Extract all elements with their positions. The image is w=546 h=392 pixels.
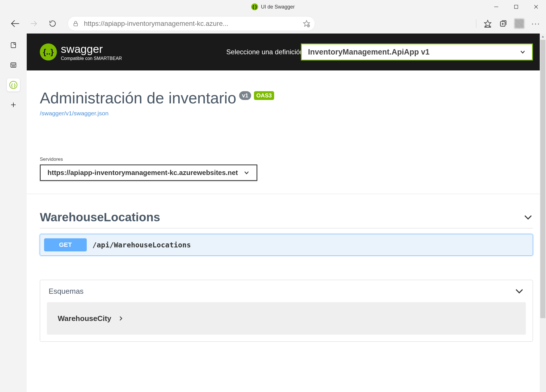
close-button[interactable]	[526, 0, 546, 14]
definition-select[interactable]: InventoryManagement.ApiApp v1	[301, 43, 533, 61]
version-badge: v1	[239, 91, 251, 100]
schemas-label: Esquemas	[49, 287, 84, 296]
maximize-button[interactable]	[506, 0, 526, 14]
chevron-down-icon	[520, 49, 526, 55]
swagger-logo-subtext: Compatible con SMARTBEAR	[61, 56, 122, 61]
app-icon: { }	[251, 3, 258, 10]
favorites-icon[interactable]	[484, 20, 492, 28]
svg-point-22	[13, 66, 14, 66]
operation-row[interactable]: GET /api/WarehouseLocations	[40, 234, 533, 256]
toolbar-separator	[476, 19, 476, 28]
browser-sidebar: { }	[0, 34, 27, 392]
definition-label: Seleccione una definición	[226, 48, 304, 56]
svg-rect-6	[74, 23, 78, 26]
favorite-icon[interactable]	[303, 20, 310, 27]
api-title: Administración de inventario	[40, 89, 236, 107]
divider	[27, 194, 546, 194]
servers-label: Servidores	[40, 157, 533, 162]
svg-marker-12	[485, 20, 491, 26]
chevron-down-icon	[523, 212, 533, 222]
scrollbar[interactable]	[540, 34, 546, 392]
svg-rect-1	[514, 5, 518, 9]
chevron-down-icon	[514, 286, 524, 296]
spec-link[interactable]: /swagger/v1/swagger.json	[40, 110, 533, 117]
svg-rect-20	[11, 63, 16, 67]
collections-icon[interactable]	[499, 20, 507, 28]
svg-rect-19	[11, 43, 16, 48]
chevron-down-icon	[243, 170, 250, 176]
tag-header[interactable]: WarehouseLocations	[40, 210, 533, 228]
schemas-section: Esquemas WarehouseCity	[40, 280, 533, 342]
forward-button[interactable]	[27, 17, 40, 30]
svg-marker-27	[542, 36, 544, 37]
swagger-topbar: {..} swagger Compatible con SMARTBEAR Se…	[27, 34, 546, 70]
sidebar-tab-2[interactable]	[7, 59, 20, 72]
browser-toolbar: https://apiapp-inventorymanagement-kc.az…	[0, 14, 546, 34]
oas-badge: OAS3	[254, 91, 274, 100]
lock-icon	[73, 20, 79, 27]
scroll-up-icon[interactable]	[540, 34, 546, 40]
user-avatar[interactable]	[514, 19, 524, 28]
sidebar-add-tab[interactable]	[7, 98, 20, 111]
page-content: {..} swagger Compatible con SMARTBEAR Se…	[27, 34, 546, 392]
more-menu[interactable]: ···	[531, 19, 540, 28]
refresh-button[interactable]	[46, 17, 59, 30]
back-button[interactable]	[9, 17, 22, 30]
scrollbar-thumb[interactable]	[540, 40, 545, 318]
schema-item[interactable]: WarehouseCity	[47, 302, 526, 335]
definition-selected: InventoryManagement.ApiApp v1	[308, 48, 430, 57]
api-title-row: Administración de inventario v1 OAS3	[40, 89, 274, 107]
operation-path: /api/WarehouseLocations	[92, 241, 191, 249]
svg-point-21	[12, 66, 13, 66]
schema-name: WarehouseCity	[58, 314, 111, 323]
servers-selected: https://apiapp-inventorymanagement-kc.az…	[47, 169, 238, 177]
sidebar-tab-swagger[interactable]: { }	[7, 78, 20, 91]
window-titlebar: { } UI de Swagger	[0, 0, 546, 14]
servers-select[interactable]: https://apiapp-inventorymanagement-kc.az…	[40, 164, 257, 181]
window-title: UI de Swagger	[261, 4, 295, 10]
url-text: https://apiapp-inventorymanagement-kc.az…	[84, 20, 303, 28]
swagger-logo-icon: {..}	[40, 43, 57, 61]
chevron-right-icon	[118, 316, 124, 321]
http-method-badge: GET	[44, 238, 87, 251]
sidebar-tab-1[interactable]	[7, 39, 20, 52]
swagger-logo-text: swagger	[61, 43, 122, 55]
minimize-button[interactable]	[486, 0, 506, 14]
tag-name: WarehouseLocations	[40, 210, 160, 224]
swagger-mini-icon: { }	[9, 81, 17, 89]
address-bar[interactable]: https://apiapp-inventorymanagement-kc.az…	[68, 16, 315, 31]
svg-point-23	[14, 66, 15, 66]
schemas-header[interactable]: Esquemas	[40, 280, 533, 302]
